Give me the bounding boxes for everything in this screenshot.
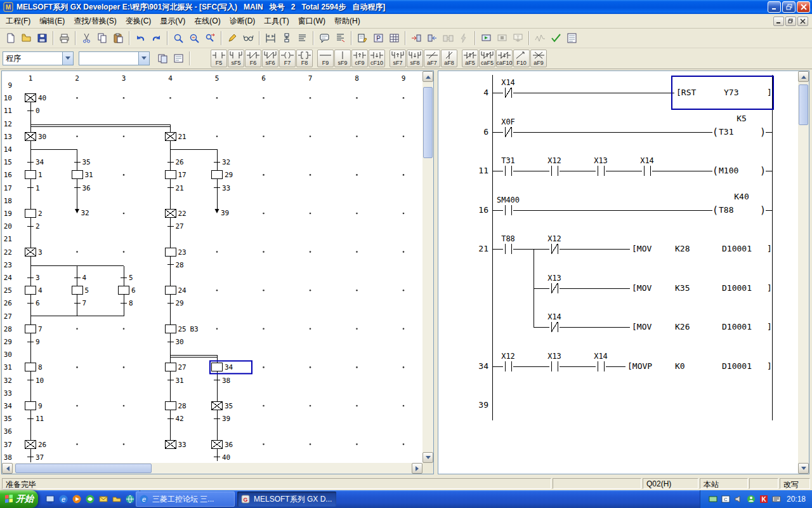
scroll-thumb[interactable] <box>15 464 152 473</box>
ladder-view-button[interactable] <box>263 30 278 46</box>
cut-button[interactable] <box>79 30 94 46</box>
sfc-step-36[interactable]: 36 <box>212 440 233 449</box>
menu-item-7[interactable]: 工具(T) <box>259 14 293 29</box>
sfc-jump-39[interactable]: 39 <box>215 209 230 217</box>
sfc-transition-4[interactable]: 4 <box>74 274 87 282</box>
fkey-sF8-button[interactable]: sF8 <box>407 50 423 67</box>
fkey-sF6-button[interactable]: sF6 <box>262 50 278 67</box>
sfc-transition-0[interactable]: 0 <box>27 107 40 115</box>
undo-button[interactable] <box>133 30 148 46</box>
menu-item-3[interactable]: 变换(C) <box>121 14 156 29</box>
sfc-step-26[interactable]: 26 <box>25 440 47 449</box>
fkey-aF8-button[interactable]: aF8 <box>441 50 457 67</box>
sfc-step-25[interactable]: 25B3 <box>165 324 199 333</box>
sfc-transition-26[interactable]: 26 <box>167 158 184 166</box>
sfc-transition-38[interactable]: 38 <box>214 377 230 385</box>
tray-volume[interactable] <box>733 494 743 504</box>
sfc-transition-8[interactable]: 8 <box>121 299 133 307</box>
sfc-transition-34[interactable]: 34 <box>27 158 44 166</box>
find-device-button[interactable] <box>171 30 186 46</box>
comment-display-button[interactable] <box>317 30 332 46</box>
menu-item-8[interactable]: 窗口(W) <box>294 14 330 29</box>
ladder-rung-6[interactable]: 6X0F(T31)K5 <box>483 114 772 138</box>
sfc-transition-5[interactable]: 5 <box>121 274 133 282</box>
monitor-mode-button[interactable] <box>240 30 256 46</box>
scroll-down-button[interactable] <box>422 452 433 463</box>
block-list-button[interactable] <box>155 51 170 66</box>
combo-dropdown-icon[interactable] <box>62 52 73 65</box>
sfc-transition-7[interactable]: 7 <box>74 299 87 307</box>
quick-launch-media-player[interactable] <box>71 493 82 505</box>
sfc-step-40[interactable]: 40 <box>25 94 47 103</box>
scroll-down-button[interactable] <box>798 463 809 474</box>
sfc-step-23[interactable]: 23 <box>165 248 187 257</box>
scroll-left-button[interactable] <box>2 463 13 474</box>
restore-button[interactable] <box>782 1 796 13</box>
mdi-restore-button[interactable] <box>785 17 796 26</box>
sfc-step-8[interactable]: 8 <box>25 363 43 372</box>
scroll-thumb[interactable] <box>799 84 808 125</box>
save-project-button[interactable] <box>34 30 49 46</box>
program-check-button[interactable] <box>548 30 563 46</box>
sampling-trace-button[interactable] <box>532 30 547 46</box>
open-project-button[interactable] <box>18 30 34 46</box>
sfc-step-21[interactable]: 21 <box>165 132 187 141</box>
instruction-list-view-button[interactable] <box>294 30 310 46</box>
taskbar-task-0[interactable]: e三菱工控论坛 三... <box>136 491 235 507</box>
fkey-caF5-button[interactable]: caF5 <box>479 50 495 67</box>
ladder-rung-34[interactable]: 34X12X13X14[MOVPK0D10001] <box>478 352 771 372</box>
program-type-combobox[interactable]: 程序 <box>3 51 74 65</box>
tray-messenger-tray[interactable] <box>746 494 756 504</box>
fkey-cF10-button[interactable]: cF10 <box>369 50 385 67</box>
sfc-transition-42[interactable]: 42 <box>167 415 184 423</box>
quick-launch-show-desktop[interactable] <box>44 493 56 505</box>
sfc-transition-6[interactable]: 6 <box>27 299 40 307</box>
sfc-step-22[interactable]: 22 <box>165 210 187 218</box>
fkey-sF7-button[interactable]: sF7 <box>390 50 406 67</box>
sfc-step-3[interactable]: 3 <box>25 248 43 257</box>
device-comment-edit-button[interactable] <box>355 30 370 46</box>
scroll-up-button[interactable] <box>422 71 433 82</box>
ladder-zoom-pane[interactable]: 4X14[RSTY73]6X0F(T31)K511T31X12X13X14(M1… <box>438 70 809 474</box>
ladder-rung-11[interactable]: 11T31X12X13X14(M100) <box>478 156 772 177</box>
remote-operation-button[interactable] <box>456 30 471 46</box>
sfc-step-1[interactable]: 1 <box>25 171 43 180</box>
tray-input-method[interactable] <box>771 494 782 504</box>
mdi-close-button[interactable] <box>797 17 808 26</box>
quick-launch-mail[interactable] <box>98 493 109 505</box>
project-data-list-button[interactable] <box>564 30 579 46</box>
sfc-jump-32[interactable]: 32 <box>75 209 89 217</box>
sfc-step-30[interactable]: 30 <box>25 132 47 141</box>
replace-device-button[interactable] <box>202 30 218 46</box>
sfc-editor-pane[interactable]: 1234567899101112131415161718192021222324… <box>1 70 434 474</box>
paste-button[interactable] <box>110 30 126 46</box>
menu-item-0[interactable]: 工程(F) <box>1 14 35 29</box>
sfc-step-34[interactable]: 34 <box>210 361 252 373</box>
redo-button[interactable] <box>148 30 164 46</box>
monitor-start-button[interactable] <box>478 30 494 46</box>
mdi-minimize-button[interactable] <box>773 17 784 26</box>
fkey-cF9-button[interactable]: cF9 <box>351 50 368 67</box>
device-test-button[interactable]: T <box>510 30 525 46</box>
sfc-transition-27[interactable]: 27 <box>167 222 184 231</box>
sfc-horizontal-scrollbar[interactable] <box>2 463 422 474</box>
quick-launch-messenger[interactable] <box>84 493 96 505</box>
fkey-aF9-button[interactable]: aF9 <box>530 50 547 67</box>
menu-item-2[interactable]: 查找/替换(S) <box>69 14 121 29</box>
monitor-stop-button[interactable] <box>494 30 509 46</box>
quick-launch-folder[interactable] <box>111 493 122 505</box>
close-button[interactable] <box>797 1 810 13</box>
ladder-rung-16[interactable]: 16SM400(T88)K40 <box>478 192 772 216</box>
menu-item-4[interactable]: 显示(V) <box>155 14 190 29</box>
sfc-transition-33[interactable]: 33 <box>214 184 230 192</box>
fkey-aF5-button[interactable]: aF5 <box>462 50 478 67</box>
sfc-step-24[interactable]: 24 <box>165 286 187 295</box>
quick-launch-internet-explorer[interactable]: e <box>58 493 69 505</box>
sfc-transition-30[interactable]: 30 <box>167 338 184 346</box>
ladder-rung-branch[interactable]: X13[MOVK35D10001] <box>534 274 772 294</box>
sfc-transition-28[interactable]: 28 <box>167 261 184 269</box>
ladder-rung-21[interactable]: 21T88X12[MOVK28D10001] <box>478 234 771 255</box>
sfc-transition-11[interactable]: 11 <box>27 415 44 423</box>
sfc-step-17[interactable]: 17 <box>165 171 187 180</box>
find-instruction-button[interactable] <box>187 30 202 46</box>
